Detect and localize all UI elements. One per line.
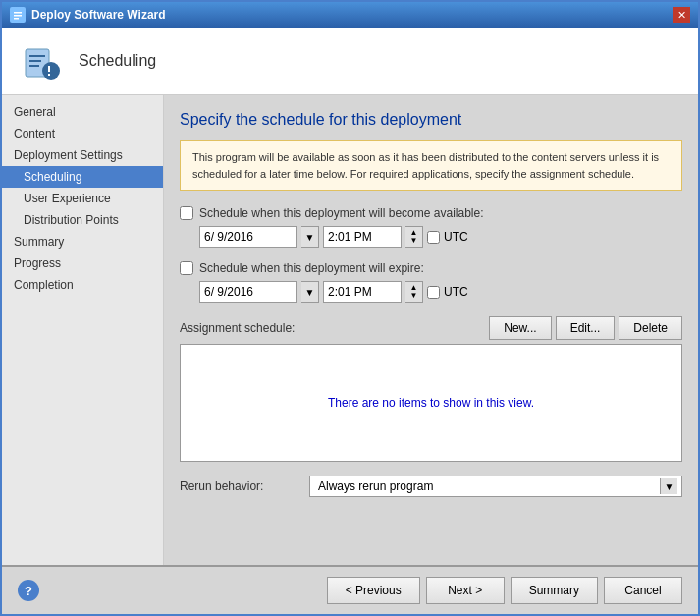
assignment-buttons: New... Edit... Delete xyxy=(489,316,682,340)
expire-time-input[interactable]: 2:01 PM xyxy=(323,281,402,303)
sidebar-item-deployment-settings[interactable]: Deployment Settings xyxy=(2,144,163,166)
svg-rect-1 xyxy=(14,12,22,14)
header-icon xyxy=(18,37,65,84)
rerun-select-arrow[interactable]: ▼ xyxy=(660,478,677,494)
content-area: Specify the schedule for this deployment… xyxy=(164,95,698,565)
available-utc-checkbox[interactable] xyxy=(427,231,440,244)
available-date-input[interactable]: 6/ 9/2016 xyxy=(199,226,297,248)
available-date-arrow[interactable]: ▼ xyxy=(301,226,319,248)
header-area: Scheduling xyxy=(2,28,698,95)
sidebar-item-distribution-points[interactable]: Distribution Points xyxy=(2,209,163,231)
schedule-available-label: Schedule when this deployment will becom… xyxy=(199,206,484,220)
footer-left: ? xyxy=(18,580,39,601)
help-button[interactable]: ? xyxy=(18,580,39,601)
expire-utc-check: UTC xyxy=(427,285,468,299)
expire-date-input[interactable]: 6/ 9/2016 xyxy=(199,281,297,303)
svg-rect-7 xyxy=(29,65,39,67)
summary-button[interactable]: Summary xyxy=(511,577,598,604)
svg-rect-2 xyxy=(14,15,22,17)
close-button[interactable]: ✕ xyxy=(673,7,690,23)
header-title: Scheduling xyxy=(79,52,156,70)
expire-utc-checkbox[interactable] xyxy=(427,286,440,299)
available-date-time-row: 6/ 9/2016 ▼ 2:01 PM ▲ ▼ UTC xyxy=(199,226,682,248)
window-title: Deploy Software Wizard xyxy=(31,8,166,22)
available-utc-label: UTC xyxy=(444,230,468,244)
schedule-expire-label: Schedule when this deployment will expir… xyxy=(199,261,424,275)
expire-date-arrow[interactable]: ▼ xyxy=(301,281,319,303)
available-time-input[interactable]: 2:01 PM xyxy=(323,226,402,248)
available-date-value: 6/ 9/2016 xyxy=(204,230,253,244)
edit-button[interactable]: Edit... xyxy=(556,316,616,340)
sidebar-item-completion[interactable]: Completion xyxy=(2,274,163,296)
svg-rect-5 xyxy=(29,55,45,57)
footer-right: < Previous Next > Summary Cancel xyxy=(327,577,682,604)
schedule-expire-row: Schedule when this deployment will expir… xyxy=(180,261,682,275)
assignment-row: Assignment schedule: New... Edit... Dele… xyxy=(180,316,682,340)
info-box: This program will be available as soon a… xyxy=(180,140,682,191)
sidebar: General Content Deployment Settings Sche… xyxy=(2,95,164,565)
assignment-label: Assignment schedule: xyxy=(180,321,295,335)
expire-time-spin[interactable]: ▲ ▼ xyxy=(405,281,423,303)
svg-rect-6 xyxy=(29,60,41,62)
main-content: General Content Deployment Settings Sche… xyxy=(2,95,698,565)
footer: ? < Previous Next > Summary Cancel xyxy=(2,565,698,614)
available-utc-check: UTC xyxy=(427,230,468,244)
svg-rect-3 xyxy=(14,18,19,20)
sidebar-item-user-experience[interactable]: User Experience xyxy=(2,188,163,209)
available-time-spin[interactable]: ▲ ▼ xyxy=(405,226,423,248)
deploy-software-wizard: Deploy Software Wizard ✕ Scheduling Gene… xyxy=(0,0,700,616)
delete-button[interactable]: Delete xyxy=(619,316,682,340)
assignment-list: There are no items to show in this view. xyxy=(180,344,682,462)
rerun-value: Always rerun program xyxy=(314,479,660,493)
schedule-available-checkbox[interactable] xyxy=(180,206,193,220)
new-button[interactable]: New... xyxy=(489,316,551,340)
sidebar-item-scheduling[interactable]: Scheduling xyxy=(2,166,163,188)
expire-utc-label: UTC xyxy=(444,285,468,299)
sidebar-item-progress[interactable]: Progress xyxy=(2,252,163,274)
title-bar-left: Deploy Software Wizard xyxy=(10,7,166,23)
svg-point-8 xyxy=(42,62,60,80)
svg-rect-10 xyxy=(48,74,50,76)
wizard-icon xyxy=(10,7,26,23)
sidebar-item-general[interactable]: General xyxy=(2,101,163,123)
schedule-expire-checkbox[interactable] xyxy=(180,261,193,275)
schedule-available-row: Schedule when this deployment will becom… xyxy=(180,206,682,220)
cancel-button[interactable]: Cancel xyxy=(604,577,682,604)
rerun-select[interactable]: Always rerun program ▼ xyxy=(309,476,682,497)
expire-time-value: 2:01 PM xyxy=(328,285,372,299)
rerun-label: Rerun behavior: xyxy=(180,479,297,493)
title-bar: Deploy Software Wizard ✕ xyxy=(2,2,698,28)
content-title: Specify the schedule for this deployment xyxy=(180,111,682,129)
empty-list-text: There are no items to show in this view. xyxy=(328,396,534,410)
svg-rect-9 xyxy=(48,66,50,72)
available-time-value: 2:01 PM xyxy=(328,230,372,244)
next-button[interactable]: Next > xyxy=(426,577,505,604)
sidebar-item-content[interactable]: Content xyxy=(2,123,163,144)
expire-date-value: 6/ 9/2016 xyxy=(204,285,253,299)
rerun-row: Rerun behavior: Always rerun program ▼ xyxy=(180,476,682,497)
expire-date-time-row: 6/ 9/2016 ▼ 2:01 PM ▲ ▼ UTC xyxy=(199,281,682,303)
previous-button[interactable]: < Previous xyxy=(327,577,420,604)
sidebar-item-summary[interactable]: Summary xyxy=(2,231,163,252)
